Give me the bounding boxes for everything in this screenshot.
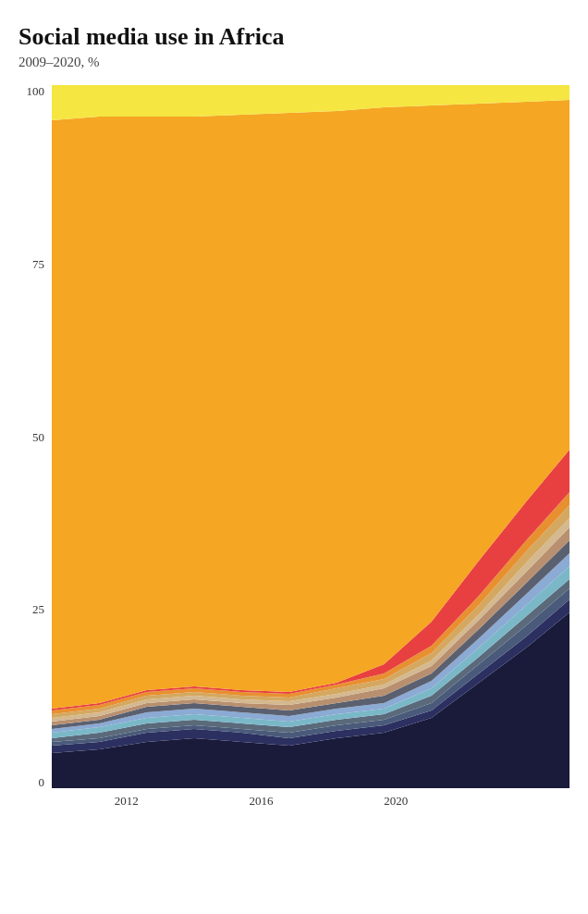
y-label-25: 25 [32,603,44,615]
chart-area: 100 75 50 25 0 [18,85,570,788]
x-label-2020: 2020 [384,794,408,809]
chart-body: Digg Facebook Google+ Instagram LinkedIn… [52,85,570,788]
chart-subtitle: 2009–2020, % [18,55,570,70]
y-label-50: 50 [32,431,44,443]
x-label-2016: 2016 [249,794,273,809]
chart-title: Social media use in Africa [18,22,570,51]
y-axis: 100 75 50 25 0 [18,85,52,788]
legend-container: Digg Facebook Google+ Instagram LinkedIn… [570,85,588,788]
area-chart-svg [52,85,570,788]
y-label-75: 75 [32,258,44,270]
x-label-2012: 2012 [115,794,139,809]
y-label-0: 0 [39,776,45,788]
y-label-100: 100 [27,85,45,97]
x-axis: 2012 2016 2020 [59,794,463,809]
